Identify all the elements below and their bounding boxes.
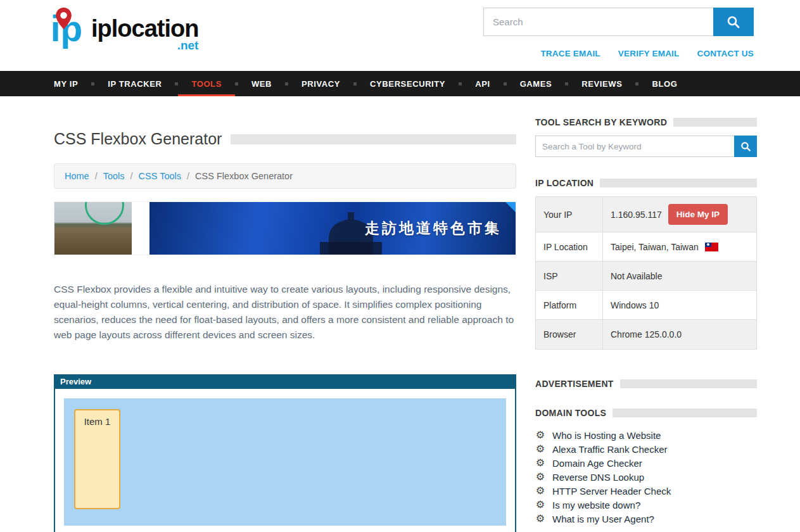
breadcrumb-separator: / <box>187 171 189 181</box>
breadcrumb-tools[interactable]: Tools <box>103 171 125 181</box>
site-search <box>483 8 754 36</box>
site-logo[interactable]: ip iplocation .net <box>49 6 198 71</box>
domain-tool-label: HTTP Server Header Check <box>552 486 671 497</box>
gear-icon: ⚙ <box>535 430 545 440</box>
domain-tool-label: Alexa Traffic Rank Checker <box>552 444 667 455</box>
logo-wordmark: iplocation .net <box>91 16 198 53</box>
ip-location-heading: IP LOCATION <box>535 178 757 188</box>
nav-item-api[interactable]: API <box>462 71 503 96</box>
main-nav: MY IP IP TRACKER TOOLS WEB PRIVACY CYBER… <box>0 71 800 96</box>
gear-icon: ⚙ <box>535 444 545 454</box>
domain-tool-label: Reverse DNS Lookup <box>552 472 644 483</box>
nav-item-reviews[interactable]: REVIEWS <box>568 71 635 96</box>
your-ip-value: 1.160.95.117 <box>611 210 662 220</box>
ad-choices-icon[interactable] <box>505 202 516 212</box>
gear-icon: ⚙ <box>535 514 545 524</box>
taiwan-flag-icon <box>705 243 718 251</box>
ad-banner[interactable]: 走訪地道特色市集 <box>54 201 516 255</box>
domain-tool-link-reverse-dns[interactable]: ⚙ Reverse DNS Lookup <box>535 470 757 484</box>
tool-search-heading: TOOL SEARCH BY KEYWORD <box>535 117 757 127</box>
tool-search-button[interactable] <box>734 136 757 157</box>
ip-row-value: Chrome 125.0.0.0 <box>603 320 756 349</box>
page-title: CSS Flexbox Generator <box>54 130 222 148</box>
nav-item-tools[interactable]: TOOLS <box>178 71 235 96</box>
table-row: Browser Chrome 125.0.0.0 <box>536 320 756 349</box>
tool-search-heading-text: TOOL SEARCH BY KEYWORD <box>535 117 667 127</box>
ip-location-value: Taipei, Taiwan, Taiwan <box>611 242 699 252</box>
ad-image: 走訪地道特色市集 <box>149 202 516 255</box>
domain-tool-link-website-down[interactable]: ⚙ Is my website down? <box>535 498 757 512</box>
nav-item-my-ip[interactable]: MY IP <box>54 71 91 96</box>
table-row: ISP Not Available <box>536 262 756 291</box>
ip-row-value: Taipei, Taiwan, Taiwan <box>603 232 756 261</box>
domain-tools-heading-text: DOMAIN TOOLS <box>535 408 606 418</box>
gear-icon: ⚙ <box>535 500 545 510</box>
tool-search <box>535 136 757 157</box>
tool-description: CSS Flexbox provides a flexible and intu… <box>54 282 516 343</box>
domain-tool-label: What is my User Agent? <box>552 514 654 524</box>
ip-row-label: ISP <box>536 262 603 290</box>
contact-us-link[interactable]: CONTACT US <box>697 49 754 58</box>
domain-tool-link-hosting[interactable]: ⚙ Who is Hosting a Website <box>535 428 757 442</box>
domain-tool-link-http-header[interactable]: ⚙ HTTP Server Header Check <box>535 484 757 498</box>
search-icon <box>740 141 751 152</box>
nav-item-cybersecurity[interactable]: CYBERSECURITY <box>357 71 459 96</box>
breadcrumb-css-tools[interactable]: CSS Tools <box>139 171 181 181</box>
advertisement-heading: ADVERTISEMENT <box>535 379 757 389</box>
verify-email-link[interactable]: VERIFY EMAIL <box>618 49 680 58</box>
gear-icon: ⚙ <box>535 486 545 496</box>
heading-decoration-bar <box>673 118 757 127</box>
preview-header: Preview <box>54 374 516 389</box>
header-links: TRACE EMAIL VERIFY EMAIL CONTACT US <box>540 49 754 58</box>
breadcrumb: Home / Tools / CSS Tools / CSS Flexbox G… <box>54 163 516 189</box>
domain-tool-label: Is my website down? <box>552 500 640 510</box>
ip-info-table: Your IP 1.160.95.117 Hide My IP IP Locat… <box>535 196 757 350</box>
nav-item-ip-tracker[interactable]: IP TRACKER <box>94 71 175 96</box>
domain-tools-list: ⚙ Who is Hosting a Website ⚙ Alexa Traff… <box>535 428 757 526</box>
domain-tool-link-user-agent[interactable]: ⚙ What is my User Agent? <box>535 512 757 526</box>
advertisement-heading-text: ADVERTISEMENT <box>535 379 614 389</box>
ip-row-label: Browser <box>536 320 603 349</box>
hide-my-ip-button[interactable]: Hide My IP <box>668 204 728 225</box>
breadcrumb-separator: / <box>130 171 133 181</box>
breadcrumb-current: CSS Flexbox Generator <box>195 171 293 181</box>
breadcrumb-separator: / <box>95 171 98 181</box>
trace-email-link[interactable]: TRACE EMAIL <box>540 49 600 58</box>
ip-row-label: Platform <box>536 291 603 319</box>
breadcrumb-home[interactable]: Home <box>65 171 89 181</box>
browser-value: Chrome 125.0.0.0 <box>611 329 682 339</box>
domain-tool-link-domain-age[interactable]: ⚙ Domain Age Checker <box>535 456 757 470</box>
nav-item-games[interactable]: GAMES <box>507 71 566 96</box>
tool-search-input[interactable] <box>535 136 734 157</box>
ip-row-value: Not Available <box>603 262 756 290</box>
ip-row-label: IP Location <box>536 232 603 261</box>
logo-pin-icon: ip <box>49 6 90 52</box>
gear-icon: ⚙ <box>535 472 545 482</box>
table-row: Your IP 1.160.95.117 Hide My IP <box>536 197 756 232</box>
nav-item-privacy[interactable]: PRIVACY <box>288 71 353 96</box>
table-row: IP Location Taipei, Taiwan, Taiwan <box>536 232 756 262</box>
flexbox-preview-item: Item 1 <box>74 409 120 509</box>
heading-decoration-bar <box>613 408 757 417</box>
nav-item-web[interactable]: WEB <box>238 71 285 96</box>
heading-decoration-bar <box>600 179 757 187</box>
nav-item-blog[interactable]: BLOG <box>638 71 690 96</box>
site-search-button[interactable] <box>713 8 754 36</box>
platform-value: Windows 10 <box>611 300 659 310</box>
header-right: TRACE EMAIL VERIFY EMAIL CONTACT US <box>483 8 754 71</box>
main-column: CSS Flexbox Generator Home / Tools / CSS… <box>54 117 516 532</box>
site-search-input[interactable] <box>483 8 713 36</box>
site-header: ip iplocation .net TRACE EMAIL VERIFY EM… <box>0 0 800 71</box>
ip-row-value: 1.160.95.117 Hide My IP <box>603 197 756 232</box>
gear-icon: ⚙ <box>535 458 545 468</box>
preview-panel: Preview Item 1 <box>54 374 516 532</box>
heading-decoration-bar <box>620 379 757 388</box>
domain-tool-link-alexa-rank[interactable]: ⚙ Alexa Traffic Rank Checker <box>535 442 757 456</box>
ip-row-value: Windows 10 <box>603 291 756 319</box>
content-area: CSS Flexbox Generator Home / Tools / CSS… <box>0 117 800 532</box>
search-icon <box>727 15 740 29</box>
domain-tool-label: Domain Age Checker <box>552 458 642 469</box>
ad-text: 走訪地道特色市集 <box>365 218 502 238</box>
sidebar: TOOL SEARCH BY KEYWORD IP LOCATION Your … <box>535 117 757 532</box>
logo-text: iplocation <box>91 15 198 42</box>
